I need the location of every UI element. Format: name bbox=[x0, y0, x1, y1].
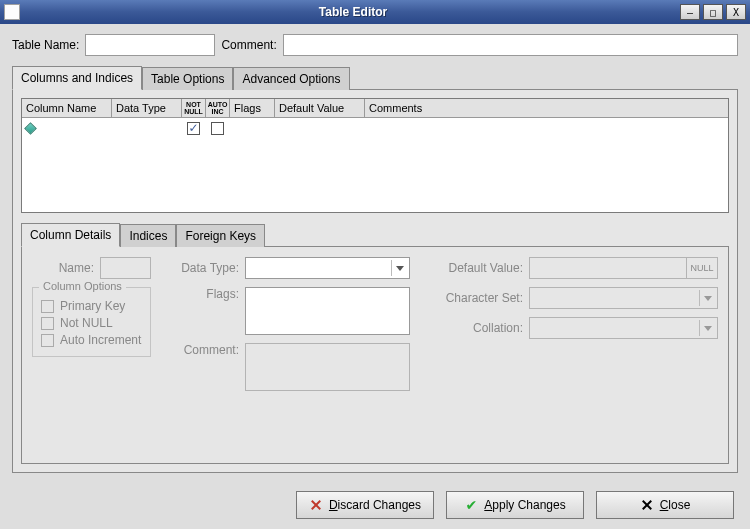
tab-advanced-options[interactable]: Advanced Options bbox=[233, 67, 349, 90]
tab-indices[interactable]: Indices bbox=[120, 224, 176, 247]
detail-comment-box bbox=[245, 343, 410, 391]
chevron-down-icon bbox=[699, 290, 715, 306]
window-title: Table Editor bbox=[26, 5, 680, 19]
detail-datatype-label: Data Type: bbox=[169, 261, 239, 275]
minimize-button[interactable]: – bbox=[680, 4, 700, 20]
new-row-icon bbox=[24, 122, 37, 135]
col-header-notnull[interactable]: NOTNULL bbox=[182, 99, 206, 117]
discard-icon bbox=[309, 498, 323, 512]
tab-table-options[interactable]: Table Options bbox=[142, 67, 233, 90]
discard-changes-button[interactable]: Discard Changes bbox=[296, 491, 434, 519]
detail-default-input bbox=[529, 257, 687, 279]
app-icon bbox=[4, 4, 20, 20]
detail-flags-box[interactable] bbox=[245, 287, 410, 335]
discard-mnemonic: D bbox=[329, 498, 338, 512]
detail-name-input bbox=[100, 257, 151, 279]
maximize-button[interactable]: □ bbox=[703, 4, 723, 20]
table-name-label: Table Name: bbox=[12, 38, 79, 52]
detail-collation-combo bbox=[529, 317, 718, 339]
apply-changes-button[interactable]: ✔ Apply Changes bbox=[446, 491, 584, 519]
title-bar: Table Editor – □ X bbox=[0, 0, 750, 24]
table-comment-input[interactable] bbox=[283, 34, 738, 56]
columns-grid[interactable]: Column Name Data Type NOTNULL AUTOINC Fl… bbox=[21, 98, 729, 213]
detail-flags-label: Flags: bbox=[169, 287, 239, 301]
tab-foreign-keys[interactable]: Foreign Keys bbox=[176, 224, 265, 247]
detail-name-label: Name: bbox=[32, 261, 94, 275]
apply-icon: ✔ bbox=[464, 498, 478, 512]
action-buttons: Discard Changes ✔ Apply Changes Close bbox=[12, 481, 738, 519]
auto-increment-label: Auto Increment bbox=[60, 333, 141, 347]
tab-column-details[interactable]: Column Details bbox=[21, 223, 120, 247]
detail-collation-label: Collation: bbox=[428, 321, 523, 335]
not-null-label: Not NULL bbox=[60, 316, 113, 330]
primary-key-label: Primary Key bbox=[60, 299, 125, 313]
close-icon bbox=[640, 498, 654, 512]
detail-default-label: Default Value: bbox=[428, 261, 523, 275]
column-options-group: Column Options Primary Key Not NULL Auto… bbox=[32, 287, 151, 357]
col-header-datatype[interactable]: Data Type bbox=[112, 99, 182, 117]
auto-increment-checkbox bbox=[41, 334, 54, 347]
sub-tabs: Column Details Indices Foreign Keys bbox=[21, 223, 729, 247]
detail-charset-combo bbox=[529, 287, 718, 309]
row-autoinc-checkbox[interactable] bbox=[211, 122, 224, 135]
tab-columns-indices[interactable]: Columns and Indices bbox=[12, 66, 142, 90]
detail-datatype-combo[interactable] bbox=[245, 257, 410, 279]
column-details-panel: Name: Column Options Primary Key Not NUL… bbox=[21, 246, 729, 464]
main-panel: Column Name Data Type NOTNULL AUTOINC Fl… bbox=[12, 89, 738, 473]
column-options-legend: Column Options bbox=[39, 280, 126, 292]
null-button: NULL bbox=[686, 257, 718, 279]
close-button[interactable]: Close bbox=[596, 491, 734, 519]
detail-comment-label: Comment: bbox=[169, 343, 239, 357]
table-row[interactable] bbox=[22, 118, 728, 138]
chevron-down-icon bbox=[391, 260, 407, 276]
col-header-flags[interactable]: Flags bbox=[230, 99, 275, 117]
col-header-default[interactable]: Default Value bbox=[275, 99, 365, 117]
chevron-down-icon bbox=[699, 320, 715, 336]
detail-charset-label: Character Set: bbox=[428, 291, 523, 305]
comment-label: Comment: bbox=[221, 38, 276, 52]
table-name-input[interactable] bbox=[85, 34, 215, 56]
close-window-button[interactable]: X bbox=[726, 4, 746, 20]
not-null-checkbox bbox=[41, 317, 54, 330]
row-notnull-checkbox[interactable] bbox=[187, 122, 200, 135]
col-header-autoinc[interactable]: AUTOINC bbox=[206, 99, 230, 117]
col-header-name[interactable]: Column Name bbox=[22, 99, 112, 117]
main-tabs: Columns and Indices Table Options Advanc… bbox=[12, 66, 738, 90]
col-header-comments[interactable]: Comments bbox=[365, 99, 728, 117]
primary-key-checkbox bbox=[41, 300, 54, 313]
